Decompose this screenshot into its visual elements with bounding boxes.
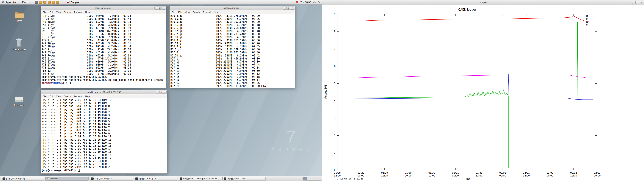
- terminal1-menubar: File Edit View Search Terminal Help: [41, 10, 166, 14]
- desktop-icon-label: Wastebasket: [11, 48, 27, 51]
- close-icon[interactable]: ×: [291, 6, 294, 10]
- x-tick-date-label: 02/03: [594, 172, 600, 174]
- menu-edit[interactable]: Edit: [177, 11, 184, 14]
- minimize-icon[interactable]: −: [156, 91, 159, 94]
- menu-edit[interactable]: Edit: [48, 11, 55, 14]
- legend-label-I4: I4: [586, 24, 588, 26]
- gnuplot-coordinate-readout: 7,59937e+06, 5,28341: [337, 178, 363, 180]
- maximize-icon[interactable]: □: [158, 6, 162, 10]
- applications-menu[interactable]: Applications: [0, 0, 20, 4]
- menu-view[interactable]: View: [55, 11, 62, 14]
- maximize-icon[interactable]: □: [636, 1, 639, 4]
- terminal2-title: npg@carme-gsi:~: [170, 7, 295, 9]
- terminal-cursor: [78, 169, 80, 172]
- taskbar-button-gnuplot[interactable]: Gnuplot: [45, 177, 88, 181]
- terminal2-titlebar[interactable]: npg@carme-gsi:~ − □ ×: [170, 6, 295, 10]
- gnuplot-plot-canvas[interactable]: 012345678901/2812:0001/2900:0001/2912:00…: [322, 5, 644, 181]
- places-menu[interactable]: Places: [20, 0, 31, 4]
- launcher-icon-2[interactable]: [39, 1, 42, 4]
- prompt-tail: :~>: [63, 82, 69, 84]
- maximize-icon[interactable]: □: [160, 91, 163, 94]
- power-icon[interactable]: [318, 1, 320, 3]
- terminal1-window-controls: − □ ×: [154, 6, 166, 10]
- menu-help[interactable]: Help: [84, 95, 91, 98]
- notification-icon[interactable]: [296, 1, 298, 4]
- y-tick-label: 1: [334, 151, 336, 154]
- desktop-icon-label: FirstDrive: [11, 104, 27, 106]
- terminal3-titlebar[interactable]: npg@carme-gsi:/TapeData/G22-88 − □ ×: [41, 90, 167, 94]
- menu-terminal[interactable]: Terminal: [72, 11, 84, 14]
- taskbar-button-terminal-2[interactable]: npg@carme-gsi:~: [134, 177, 177, 181]
- series-I1: [355, 16, 593, 22]
- workspace-cell-2[interactable]: [307, 177, 312, 180]
- clock[interactable]: Tue 18:37: [300, 1, 311, 4]
- desktop-icon-firstdrive[interactable]: FirstDrive: [11, 96, 27, 106]
- taskbar-button-label: npg@carme-gsi:~: [139, 177, 156, 180]
- desktop: 7 C E N T O S Applications Places: [0, 0, 322, 181]
- close-icon[interactable]: ×: [640, 1, 643, 4]
- workspace-cell-4[interactable]: [316, 177, 321, 180]
- terminal-output[interactable]: R78 01.gz 100% 949MB 7.4MB/s 02:08 R7 35…: [41, 14, 166, 82]
- terminal-output[interactable]: R16 4.gz 100% 31KB 278.0KB/s 00:00 R1 65…: [170, 14, 295, 88]
- prompt-user: carme@: [42, 82, 51, 84]
- launcher-icon-3[interactable]: [44, 1, 46, 4]
- x-tick-time-label: 00:00: [405, 174, 412, 177]
- taskbar-button-terminal-min-2[interactable]: [npg@carme-gsi:~]: [222, 177, 266, 181]
- launcher-icon-6[interactable]: [56, 1, 59, 4]
- terminal-icon: [91, 178, 94, 180]
- workspace-cell-3[interactable]: [312, 177, 316, 180]
- volume-icon[interactable]: [313, 1, 316, 3]
- series-I4: [355, 75, 593, 78]
- menu-help[interactable]: Help: [84, 11, 91, 14]
- x-tick-time-label: 12:00: [570, 174, 577, 177]
- terminal1-prompt[interactable]: carme@atppc025:~>: [41, 82, 166, 84]
- x-tick-date-label: 01/31: [476, 172, 482, 174]
- taskbar-button-label: Gnuplot: [50, 177, 58, 180]
- maximize-icon[interactable]: □: [287, 6, 290, 10]
- launcher-icon-5[interactable]: [52, 1, 55, 4]
- x-tick-time-label: 12:00: [381, 174, 388, 177]
- close-icon[interactable]: ×: [162, 6, 165, 10]
- terminal3-title: npg@carme-gsi:/TapeData/G22-88: [41, 91, 167, 93]
- menu-view[interactable]: View: [184, 11, 191, 14]
- launcher-icon-4[interactable]: [48, 1, 51, 4]
- menu-terminal[interactable]: Terminal: [201, 11, 212, 14]
- terminal3-prompt[interactable]: [npg@carme-gsi G22-88]$: [41, 169, 167, 172]
- x-tick-date-label: 01/30: [405, 172, 412, 174]
- gnuplot-titlebar[interactable]: Gnuplot − □ ×: [322, 0, 644, 5]
- menu-file[interactable]: File: [170, 11, 177, 14]
- focused-app-menu[interactable]: Gnuplot: [67, 1, 80, 4]
- terminal1-titlebar[interactable]: npg@carme-gsi:~ − □ ×: [41, 6, 166, 10]
- desktop-icon-wastebasket[interactable]: Wastebasket: [11, 38, 27, 51]
- menu-search[interactable]: Search: [62, 95, 72, 98]
- x-tick-time-label: 00:00: [452, 174, 459, 177]
- series-I2: [355, 22, 593, 168]
- x-tick-date-label: 01/28: [334, 172, 340, 174]
- taskbar-button-terminal-1[interactable]: npg@carme-gsi:~: [90, 177, 133, 181]
- focused-app-label: Gnuplot: [70, 1, 80, 4]
- menu-edit[interactable]: Edit: [48, 95, 55, 98]
- x-tick-time-label: 12:00: [334, 174, 340, 177]
- menu-search[interactable]: Search: [191, 11, 201, 14]
- close-icon[interactable]: ×: [163, 91, 166, 94]
- menu-search[interactable]: Search: [62, 11, 72, 14]
- workspace-cell-1[interactable]: [303, 177, 307, 180]
- applications-menu-label: Applications: [6, 1, 18, 4]
- menu-help[interactable]: Help: [212, 11, 220, 14]
- terminal-launcher-icon[interactable]: [35, 1, 38, 4]
- taskbar-button-terminal-tapedata[interactable]: npg@carme-gsi:/TapeData/G22-88: [178, 177, 221, 181]
- minimize-icon[interactable]: −: [283, 6, 286, 10]
- minimize-icon[interactable]: −: [632, 1, 636, 4]
- menu-terminal[interactable]: Terminal: [72, 95, 84, 98]
- taskbar-button-label: [npg@carme-gsi:~]: [6, 177, 25, 180]
- menu-file[interactable]: File: [42, 95, 48, 98]
- menu-file[interactable]: File: [42, 11, 48, 14]
- menu-view[interactable]: View: [55, 95, 62, 98]
- terminal-output[interactable]: -rw-r--r--. 1 npg npg 2.0G Feb 12 13:33 …: [41, 98, 167, 169]
- desktop-icon-home[interactable]: Home: [11, 12, 27, 22]
- x-tick-date-label: 02/01: [523, 172, 530, 174]
- minimize-icon[interactable]: −: [154, 6, 158, 10]
- legend-label-I1: I1: [586, 15, 588, 18]
- taskbar-button-terminal-min-1[interactable]: [npg@carme-gsi:~]: [1, 177, 44, 181]
- terminal3-menubar: File Edit View Search Terminal Help: [41, 94, 167, 98]
